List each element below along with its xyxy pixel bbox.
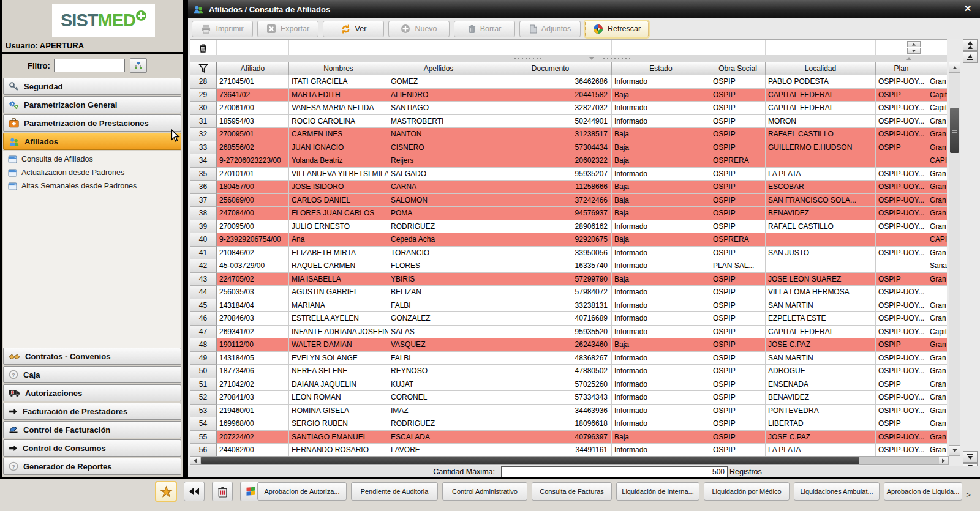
row-number[interactable]: 48	[190, 338, 217, 352]
cell-extra[interactable]: Gran	[927, 220, 947, 234]
cell-estado[interactable]: Informado	[612, 259, 710, 273]
cell-estado[interactable]: Informado	[612, 444, 710, 456]
filter-cell[interactable]	[217, 40, 289, 56]
cell-nombres[interactable]: FLORES JUAN CARLOS	[289, 207, 388, 220]
cell-apellidos[interactable]: CISNERO	[388, 141, 489, 155]
cell-nombres[interactable]: DAIANA JAQUELIN	[289, 378, 388, 392]
table-row[interactable]: 48190112/00WALTER DAMIANVASQUEZ26243460B…	[190, 338, 947, 352]
cell-apellidos[interactable]: REYNOSO	[388, 365, 489, 378]
cell-obra-social[interactable]: OSPIP	[710, 405, 766, 418]
row-number[interactable]: 31	[190, 115, 217, 129]
cell-documento[interactable]: 18096618	[489, 417, 612, 431]
cell-localidad[interactable]: LA PLATA	[766, 168, 876, 181]
column-header-obra-social[interactable]: Obra Social	[710, 62, 766, 75]
cell-apellidos[interactable]: RODRIGUEZ	[388, 220, 489, 234]
cell-apellidos[interactable]: GOMEZ	[388, 75, 489, 89]
cell-extra[interactable]: Gran	[927, 168, 947, 181]
borrar-button[interactable]: Borrar	[454, 21, 515, 37]
cell-afiliado[interactable]: 9-27206023223/00	[217, 154, 289, 168]
cell-localidad[interactable]	[766, 154, 876, 168]
cell-documento[interactable]: 94576937	[489, 207, 612, 220]
cell-extra[interactable]: Gran	[927, 312, 947, 326]
cell-localidad[interactable]: CAPITAL FEDERAL	[766, 326, 876, 339]
cell-obra-social[interactable]: OSPIP	[710, 207, 766, 220]
ver-button[interactable]: Ver	[323, 21, 384, 37]
cell-afiliado[interactable]: 45-003729/00	[217, 259, 289, 273]
cell-documento[interactable]: 31238517	[489, 128, 612, 141]
cell-extra[interactable]: Capita	[927, 326, 947, 339]
cell-extra[interactable]: Sanat	[927, 259, 947, 273]
cell-obra-social[interactable]: OSPIP	[710, 247, 766, 260]
column-header-localidad[interactable]: Localidad	[766, 62, 876, 75]
row-number[interactable]: 49	[190, 352, 217, 365]
cell-nombres[interactable]: CARMEN INES	[289, 128, 388, 141]
task-button-liquidacion-internacion[interactable]: Liquidación de Interna...	[616, 482, 699, 501]
cell-estado[interactable]: Baja	[612, 233, 710, 247]
filter-cell[interactable]	[289, 40, 388, 56]
submenu-item-altas-semanales-desde-padrones[interactable]: Altas Semanales desde Padrones	[3, 179, 181, 193]
cell-estado[interactable]: Baja	[612, 431, 710, 444]
sidebar-item-parametrizacion-prestaciones[interactable]: Parametrización de Prestaciones	[3, 114, 181, 132]
cell-documento[interactable]: 95935207	[489, 168, 612, 181]
task-button-liquidaciones-ambulatorias[interactable]: Liquidaciones Ambulat...	[794, 482, 880, 501]
cell-documento[interactable]: 20441582	[489, 89, 612, 102]
grid-vertical-scrollbar[interactable]	[949, 62, 960, 456]
cell-estado[interactable]: Informado	[612, 220, 710, 234]
table-row[interactable]: 47269341/02INFANTE ADRIANA JOSEFINASALAS…	[190, 326, 947, 339]
cell-plan[interactable]: OSPIP-UOY...	[876, 181, 927, 194]
spinner-up-icon[interactable]	[907, 41, 921, 47]
cell-afiliado[interactable]: 224705/02	[217, 273, 289, 286]
table-row[interactable]: 43224705/02MIA ISABELLAYBIRIS57299790Baj…	[190, 273, 947, 286]
spinner-down-icon[interactable]	[907, 48, 921, 54]
cell-nombres[interactable]: ELIZABETH MIRTA	[289, 247, 388, 260]
column-header-apellidos[interactable]: Apellidos	[388, 62, 489, 75]
cell-localidad[interactable]: JOSE C.PAZ	[766, 338, 876, 352]
adjuntos-button[interactable]: Adjuntos	[519, 21, 581, 37]
cell-estado[interactable]: Baja	[612, 154, 710, 168]
table-row[interactable]: 51271042/02DAIANA JAQUELINKUJAT57025260I…	[190, 378, 947, 392]
table-row[interactable]: 41210846/02ELIZABETH MIRTATORANCIO339500…	[190, 247, 947, 260]
cell-localidad[interactable]: JOSE C.PAZ	[766, 431, 876, 444]
task-button-aprobacion-autorizaciones[interactable]: Aprobacion de Autoriza...	[257, 482, 347, 501]
cell-apellidos[interactable]: BELIZAN	[388, 286, 489, 299]
cell-documento[interactable]: 57984072	[489, 286, 612, 299]
cell-documento[interactable]: 28906162	[489, 220, 612, 234]
cell-localidad[interactable]: EZPELETA ESTE	[766, 312, 876, 326]
row-number[interactable]: 35	[190, 168, 217, 181]
cell-afiliado[interactable]: 256069/00	[217, 194, 289, 207]
cell-obra-social[interactable]: OSPIP	[710, 391, 766, 405]
row-number[interactable]: 28	[190, 75, 217, 89]
cell-nombres[interactable]: MIA ISABELLA	[289, 273, 388, 286]
filter-cell[interactable]	[927, 40, 947, 56]
cell-estado[interactable]: Informado	[612, 299, 710, 313]
cell-nombres[interactable]: Yolanda Beatriz	[289, 154, 388, 168]
cell-nombres[interactable]: Ana	[289, 233, 388, 247]
cell-plan[interactable]: OSPIP	[876, 273, 927, 286]
cell-estado[interactable]: Informado	[612, 352, 710, 365]
table-row[interactable]: 37256069/00CARLOS DANIELSALOMON37242466B…	[190, 194, 947, 207]
cell-obra-social[interactable]: OSPIP	[710, 89, 766, 102]
cell-obra-social[interactable]: OSPIP	[710, 181, 766, 194]
scroll-right-icon[interactable]	[939, 457, 948, 464]
cell-localidad[interactable]: SAN MARTIN	[766, 299, 876, 313]
cell-localidad[interactable]: RAFAEL CASTILLO	[766, 128, 876, 141]
cell-apellidos[interactable]: SALAS	[388, 326, 489, 339]
cell-localidad[interactable]: PONTEVEDRA	[766, 405, 876, 418]
cell-apellidos[interactable]: LAVORE	[388, 444, 489, 456]
cell-estado[interactable]: Informado	[612, 247, 710, 260]
cell-extra[interactable]: Capita	[927, 102, 947, 115]
cell-documento[interactable]: 57334343	[489, 391, 612, 405]
cell-afiliado[interactable]: 190112/00	[217, 338, 289, 352]
row-number[interactable]: 44	[190, 286, 217, 299]
submenu-item-actualizacion-desde-padrones[interactable]: Actualizacion desde Padrones	[3, 166, 181, 179]
cell-extra[interactable]: Gran	[927, 273, 947, 286]
cell-extra[interactable]	[927, 286, 947, 299]
cell-afiliado[interactable]: 256035/03	[217, 286, 289, 299]
row-number[interactable]: 42	[190, 259, 217, 273]
cell-extra[interactable]: Gran	[927, 391, 947, 405]
cell-plan[interactable]: OSPIP-UOY...	[876, 102, 927, 115]
sidebar-item-autorizaciones[interactable]: Autorizaciones	[3, 384, 181, 401]
cell-nombres[interactable]: NEREA SELENE	[289, 365, 388, 378]
row-number[interactable]: 46	[190, 312, 217, 326]
cell-estado[interactable]: Informado	[612, 115, 710, 129]
